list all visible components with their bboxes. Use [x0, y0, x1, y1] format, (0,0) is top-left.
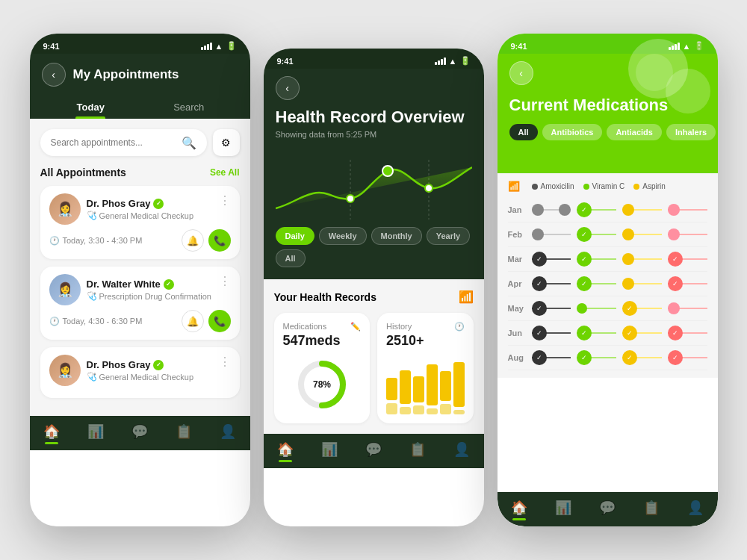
med-dots-mar: ✓ ✓ ✓: [532, 252, 707, 267]
health-body: Your Health Records 📶 Medications ✏️ 547…: [264, 279, 484, 434]
avatar-3: 👩‍⚕️: [49, 355, 81, 386]
nav-doc-1[interactable]: 📋: [176, 423, 192, 440]
month-mar: Mar: [508, 255, 532, 264]
tab-search[interactable]: Search: [140, 96, 238, 119]
filter-monthly[interactable]: Monthly: [371, 227, 422, 245]
nav-home-3[interactable]: 🏠: [511, 500, 527, 516]
time-2: 9:41: [277, 57, 294, 66]
nav-chat-2[interactable]: 💬: [365, 441, 382, 458]
month-apr: Apr: [508, 279, 532, 288]
filter-yearly[interactable]: Yearly: [427, 227, 470, 245]
appointment-card-1: 👩‍⚕️ Dr. Phos Gray ✓ 🩺 General Medical C…: [40, 186, 240, 259]
filter-all[interactable]: All: [276, 249, 306, 267]
doc-name-1: Dr. Phos Gray: [87, 198, 151, 209]
filter-antiacids[interactable]: Antiacids: [607, 124, 662, 140]
appt-info-3: Dr. Phos Gray ✓ 🩺 General Medical Checku…: [87, 359, 213, 382]
med-dots-feb: ✓: [532, 227, 707, 242]
verified-badge-1: ✓: [153, 199, 164, 209]
specialty-2: 🩺 Prescription Drug Confirmation: [87, 291, 213, 301]
dot-apr-asp: [622, 278, 634, 290]
med-dots-jun: ✓ ✓ ✓ ✓: [532, 326, 707, 340]
bell-button-1[interactable]: 🔔: [182, 229, 204, 252]
dot-mar-vitc: ✓: [577, 252, 592, 267]
donut-chart: 78%: [283, 355, 362, 414]
medications-title: Current Medications: [509, 96, 706, 115]
more-button-3[interactable]: ⋮: [219, 355, 231, 369]
specialty-1: 🩺 General Medical Checkup: [87, 211, 213, 220]
meds-card: Medications ✏️ 547meds 78%: [274, 313, 371, 423]
svg-point-1: [382, 166, 393, 176]
filter-antibiotics[interactable]: Antibiotics: [542, 124, 603, 140]
med-row-jan: Jan ✓: [508, 198, 707, 223]
back-button-2[interactable]: ‹: [276, 76, 300, 100]
search-row: 🔍 ⚙: [40, 129, 240, 156]
appointment-card-2: 👩‍⚕️ Dr. Walter White ✓ 🩺 Prescription D…: [40, 267, 240, 340]
health-header: ‹ Health Record Overview Showing data fr…: [264, 69, 484, 279]
med-row-aug: Aug ✓ ✓ ✓: [508, 346, 707, 370]
dot-mar-amox: ✓: [532, 252, 547, 267]
see-all-button[interactable]: See All: [210, 167, 240, 178]
filter-inhalers[interactable]: Inhalers: [666, 124, 716, 140]
dot-aug-amox: ✓: [532, 350, 547, 365]
bottom-nav-3: 🏠 📊 💬 📋 👤: [498, 492, 718, 526]
bar-6: [453, 362, 465, 414]
nav-home-2[interactable]: 🏠: [277, 441, 294, 458]
nav-chart-1[interactable]: 📊: [87, 423, 104, 440]
back-button-1[interactable]: ‹: [42, 63, 66, 87]
filter-button[interactable]: ⚙: [213, 129, 240, 156]
page-title-1: My Appointments: [73, 67, 179, 82]
phone-button-2[interactable]: 📞: [208, 310, 231, 332]
chart-svg: [276, 145, 472, 220]
history-value: 2510+: [386, 333, 465, 349]
dot-mar-asp: [622, 253, 634, 265]
time-info-1: 🕐 Today, 3:30 - 4:30 PM: [49, 236, 143, 246]
phone-health-record: 9:41 ▲ 🔋 ‹ Health Record Overview Showin…: [264, 49, 484, 526]
edit-icon: ✏️: [350, 322, 361, 332]
appt-info-2: Dr. Walter White ✓ 🩺 Prescription Drug C…: [87, 279, 213, 301]
month-may: May: [508, 304, 532, 313]
back-button-3[interactable]: ‹: [509, 61, 533, 85]
tab-today[interactable]: Today: [42, 96, 140, 119]
health-title: Health Record Overview: [276, 108, 472, 127]
nav-chat-1[interactable]: 💬: [131, 423, 148, 440]
nav-doc-2[interactable]: 📋: [409, 441, 426, 458]
nav-person-3[interactable]: 👤: [687, 500, 704, 516]
filter-all-meds[interactable]: All: [509, 124, 538, 140]
time-3: 9:41: [511, 42, 527, 51]
dot-jun-amox: ✓: [532, 326, 547, 340]
dot-feb-asp: [622, 228, 634, 240]
med-dots-jan: ✓: [532, 202, 707, 217]
time-info-2: 🕐 Today, 4:30 - 6:30 PM: [49, 317, 143, 326]
filter-pills: All Antibiotics Antiacids Inhalers: [509, 124, 706, 140]
filter-daily[interactable]: Daily: [276, 227, 314, 245]
amoxicilin-dot: [532, 184, 538, 190]
specialty-3: 🩺 General Medical Checkup: [87, 372, 213, 382]
nav-person-2[interactable]: 👤: [453, 441, 470, 458]
health-subtitle: Showing data from 5:25 PM: [276, 130, 472, 139]
verified-badge-2: ✓: [164, 279, 174, 290]
bar-1: [386, 378, 397, 414]
appointments-body: 🔍 ⚙ All Appointments See All 👩‍⚕️ Dr. Ph…: [30, 119, 250, 416]
search-input-wrap[interactable]: 🔍: [40, 129, 207, 156]
med-dots-apr: ✓ ✓ ✓: [532, 276, 707, 291]
doc-name-2: Dr. Walter White: [87, 279, 161, 290]
battery-icon-1: 🔋: [226, 41, 237, 51]
nav-home-1[interactable]: 🏠: [43, 423, 60, 440]
dot-jun-asp: ✓: [622, 326, 637, 340]
nav-person-1[interactable]: 👤: [220, 423, 236, 440]
nav-chart-3[interactable]: 📊: [555, 500, 571, 516]
bar-5: [440, 371, 451, 414]
signal-2: [435, 57, 446, 65]
filter-weekly[interactable]: Weekly: [319, 227, 367, 245]
more-button-2[interactable]: ⋮: [219, 274, 231, 288]
phone-button-1[interactable]: 📞: [208, 229, 231, 252]
dot-jun-vitc: ✓: [577, 326, 592, 340]
more-button-1[interactable]: ⋮: [219, 193, 231, 208]
records-header: Your Health Records 📶: [274, 290, 474, 304]
nav-chart-2[interactable]: 📊: [321, 441, 338, 458]
nav-chat-3[interactable]: 💬: [599, 500, 616, 516]
time-1: 9:41: [43, 42, 60, 51]
search-input[interactable]: [51, 137, 176, 148]
nav-doc-3[interactable]: 📋: [643, 500, 660, 516]
bell-button-2[interactable]: 🔔: [182, 310, 204, 332]
